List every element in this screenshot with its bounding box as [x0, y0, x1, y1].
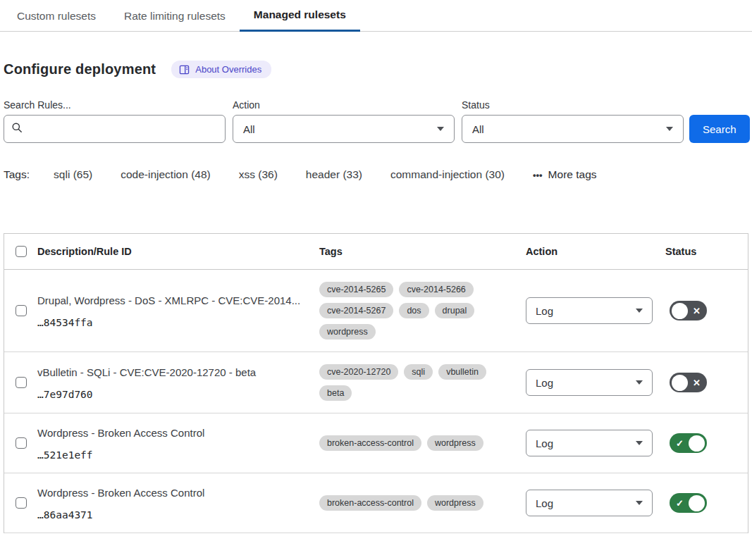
tag-pill: dos [399, 303, 429, 318]
table-row: Wordpress - Broken Access Control …86aa4… [4, 473, 748, 533]
tag-pill: cve-2014-5266 [399, 282, 473, 297]
tag-filter-link[interactable]: sqli (65) [54, 168, 92, 181]
table-row: vBulletin - SQLi - CVE:CVE-2020-12720 - … [4, 352, 748, 413]
tag-pill: broken-access-control [319, 495, 421, 511]
tag-filter-link[interactable]: code-injection (48) [121, 168, 211, 181]
tab[interactable]: Managed rulesets [240, 0, 360, 32]
row-action-value: Log [536, 497, 553, 509]
rule-description[interactable]: Drupal, Wordpress - DoS - XMLRPC - CVE:C… [37, 293, 302, 308]
toggle-knob [689, 495, 705, 511]
search-rules-box [4, 115, 226, 143]
status-toggle[interactable]: ✓ [670, 433, 707, 453]
chevron-down-icon [437, 127, 444, 131]
action-filter-select[interactable]: All [233, 115, 455, 143]
chevron-down-icon [666, 127, 673, 131]
tag-pill: drupal [435, 303, 475, 318]
tag-pill: wordpress [427, 435, 483, 451]
tag-pill: broken-access-control [319, 435, 421, 451]
status-toggle[interactable]: ✕ [670, 373, 707, 392]
tag-filter-link[interactable]: xss (36) [239, 168, 278, 181]
toggle-state-icon: ✕ [693, 306, 701, 316]
toggle-knob [689, 435, 705, 452]
toggle-state-icon: ✓ [676, 438, 684, 449]
row-checkbox[interactable] [16, 305, 27, 316]
page-title: Configure deployment [4, 61, 156, 77]
tag-pill: beta [319, 385, 352, 401]
status-filter-value: All [472, 123, 484, 135]
toggle-knob [672, 303, 688, 319]
col-header-status: Status [665, 246, 748, 257]
more-tags-button[interactable]: ••• More tags [533, 168, 597, 181]
table-header-row: Description/Rule ID Tags Action Status [4, 234, 748, 270]
search-rules-label: Search Rules... [4, 99, 226, 111]
table-row: Wordpress - Broken Access Control …521e1… [4, 413, 748, 473]
toggle-state-icon: ✕ [693, 378, 701, 388]
chevron-down-icon [636, 501, 643, 505]
chevron-down-icon [636, 380, 643, 385]
search-icon [11, 122, 23, 136]
rule-description[interactable]: Wordpress - Broken Access Control [37, 425, 302, 440]
tag-pill: cve-2014-5267 [319, 303, 393, 318]
ruleset-tabbar: Custom rulesets Rate limiting rulesets M… [0, 0, 752, 32]
col-header-action: Action [526, 246, 665, 257]
row-action-select[interactable]: Log [526, 297, 653, 324]
ellipsis-icon: ••• [533, 170, 543, 180]
rule-id: …86aa4371 [37, 509, 302, 521]
toggle-state-icon: ✓ [676, 498, 684, 509]
status-toggle[interactable]: ✕ [670, 301, 707, 321]
about-overrides-label: About Overrides [195, 64, 261, 75]
tags-bar-label: Tags: [4, 168, 30, 181]
rule-tags: broken-access-controlwordpress [319, 495, 526, 511]
col-header-tags: Tags [319, 246, 526, 257]
col-header-description: Description/Rule ID [37, 246, 319, 257]
tag-pill: cve-2020-12720 [319, 364, 398, 380]
tab[interactable]: Rate limiting rulesets [110, 0, 240, 32]
row-checkbox[interactable] [16, 497, 27, 509]
row-action-value: Log [536, 437, 553, 449]
tag-pill: sqli [404, 364, 433, 380]
row-action-select[interactable]: Log [526, 490, 653, 516]
chevron-down-icon [636, 309, 643, 313]
book-icon [179, 65, 190, 75]
tab[interactable]: Custom rulesets [3, 0, 110, 32]
tab-label: Managed rulesets [254, 8, 346, 21]
tab-label: Rate limiting rulesets [124, 10, 226, 23]
table-row: Drupal, Wordpress - DoS - XMLRPC - CVE:C… [4, 270, 748, 352]
tag-pill: cve-2014-5265 [319, 282, 393, 297]
tag-pill: vbulletin [438, 364, 486, 380]
select-all-checkbox[interactable] [16, 246, 27, 257]
rule-description[interactable]: vBulletin - SQLi - CVE:CVE-2020-12720 - … [37, 365, 302, 380]
rule-id: …84534ffa [37, 317, 302, 328]
row-action-select[interactable]: Log [526, 369, 653, 396]
managed-rules-table: Description/Rule ID Tags Action Status D… [4, 233, 748, 533]
search-button[interactable]: Search [689, 115, 750, 143]
row-action-select[interactable]: Log [526, 430, 653, 456]
search-rules-input[interactable] [28, 123, 218, 135]
table-body: Drupal, Wordpress - DoS - XMLRPC - CVE:C… [4, 270, 748, 533]
rule-description[interactable]: Wordpress - Broken Access Control [37, 485, 302, 500]
chevron-down-icon [636, 441, 643, 445]
status-toggle[interactable]: ✓ [670, 493, 707, 513]
action-filter-value: All [243, 123, 255, 135]
rule-id: …7e97d760 [37, 389, 302, 400]
row-action-value: Log [536, 377, 553, 389]
row-checkbox[interactable] [16, 437, 27, 449]
tag-pill: wordpress [319, 324, 376, 340]
about-overrides-badge[interactable]: About Overrides [171, 61, 271, 78]
tag-pill: wordpress [427, 495, 483, 511]
tab-label: Custom rulesets [17, 10, 96, 23]
tag-filter-link[interactable]: command-injection (30) [390, 168, 505, 181]
tag-filter-link[interactable]: header (33) [306, 168, 362, 181]
tag-links: sqli (65) code-injection (48) xss (36) h… [54, 168, 533, 181]
more-tags-label: More tags [548, 168, 597, 181]
status-filter-select[interactable]: All [462, 115, 684, 143]
action-filter-label: Action [233, 99, 455, 111]
rule-id: …521e1eff [37, 449, 302, 461]
rule-tags: cve-2020-12720sqlivbulletinbeta [319, 364, 526, 401]
status-filter-label: Status [462, 99, 684, 111]
row-checkbox[interactable] [16, 377, 27, 388]
rule-tags: cve-2014-5265cve-2014-5266cve-2014-5267d… [319, 282, 526, 340]
toggle-knob [672, 375, 688, 391]
rule-tags: broken-access-controlwordpress [319, 435, 526, 451]
row-action-value: Log [536, 305, 553, 317]
